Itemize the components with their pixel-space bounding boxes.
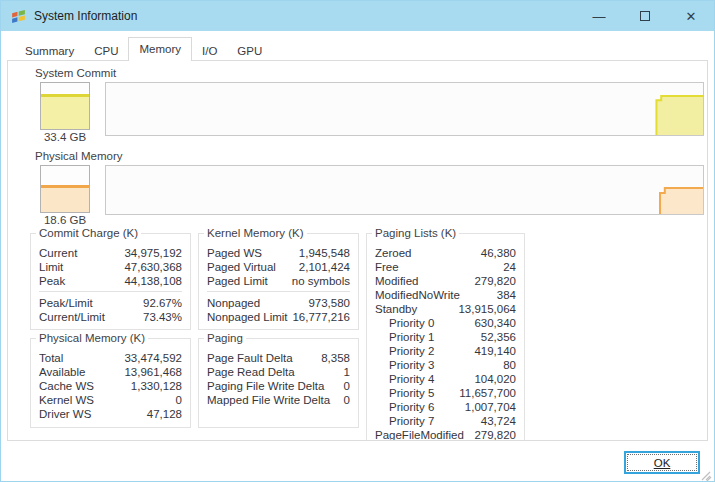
stat-row-standby: Standby13,915,064 [375, 302, 516, 316]
stat-row-peak-limit: Peak/Limit92.67% [39, 296, 182, 310]
system-commit-label: System Commit [35, 66, 707, 80]
title-bar[interactable]: System Information — ✕ [1, 1, 714, 31]
stat-value: 34,975,192 [124, 246, 182, 260]
stat-row-total: Total33,474,592 [39, 351, 182, 365]
stat-row-priority-1: Priority 152,356 [375, 330, 516, 344]
close-button[interactable]: ✕ [668, 1, 714, 31]
stat-value: 104,020 [474, 372, 516, 386]
stat-row-priority-7: Priority 743,724 [375, 414, 516, 428]
maximize-button[interactable] [622, 1, 668, 31]
stat-value: 43,724 [481, 414, 516, 428]
stat-row-nonpaged: Nonpaged973,580 [207, 296, 350, 310]
stat-label: Total [39, 351, 63, 365]
panel-separator [39, 291, 182, 292]
system-commit-gauge-wrap: 33.4 GB [40, 82, 90, 144]
panel-physical-memory-k: Physical Memory (K)Total33,474,592Availa… [30, 338, 191, 428]
stat-value: 33,474,592 [124, 351, 182, 365]
stat-label: Available [39, 365, 85, 379]
stat-label: Current/Limit [39, 310, 105, 324]
stat-label: Page Fault Delta [207, 351, 293, 365]
stat-label: Priority 5 [375, 386, 434, 400]
physical-memory-gauge-fill [41, 185, 89, 212]
system-commit-gauge-fill [41, 94, 89, 129]
stat-label: Free [375, 260, 399, 274]
panel-commit-charge-k: Commit Charge (K)Current34,975,192Limit4… [30, 233, 191, 330]
stat-value: 52,356 [481, 330, 516, 344]
stat-label: Cache WS [39, 379, 94, 393]
panels-grid: Commit Charge (K)Current34,975,192Limit4… [30, 233, 707, 441]
stat-value: 11,657,700 [459, 386, 516, 400]
system-commit-row: 33.4 GB [40, 82, 704, 144]
stat-label: Kernel WS [39, 393, 94, 407]
stat-value: no symbols [292, 274, 350, 288]
stat-label: PageFileModified [375, 428, 464, 441]
tab-memory[interactable]: Memory [128, 37, 192, 61]
stat-row-kernel-ws: Kernel WS0 [39, 393, 182, 407]
tab-gpu[interactable]: GPU [227, 42, 272, 61]
window-title: System Information [34, 9, 576, 23]
system-commit-value: 33.4 GB [40, 130, 90, 144]
stat-row-page-read-delta: Page Read Delta1 [207, 365, 350, 379]
system-commit-gauge-line [41, 94, 89, 97]
stat-row-priority-6: Priority 61,007,704 [375, 400, 516, 414]
physical-memory-value: 18.6 GB [40, 213, 90, 227]
stat-label: Paging File Write Delta [207, 379, 324, 393]
stat-row-peak: Peak44,138,108 [39, 274, 182, 288]
stat-label: Mapped File Write Delta [207, 393, 330, 407]
resize-grip-icon[interactable] [699, 469, 712, 482]
app-icon [10, 8, 27, 25]
stat-row-paged-virtual: Paged Virtual2,101,424 [207, 260, 350, 274]
stat-value: 8,358 [321, 351, 350, 365]
minimize-button[interactable]: — [576, 1, 622, 31]
stat-row-current: Current34,975,192 [39, 246, 182, 260]
tab-cpu[interactable]: CPU [84, 42, 128, 61]
stat-row-zeroed: Zeroed46,380 [375, 246, 516, 260]
stat-row-mapped-file-write-delta: Mapped File Write Delta0 [207, 393, 350, 407]
stat-label: Peak [39, 274, 65, 288]
stat-label: Nonpaged [207, 296, 260, 310]
tab-bar: SummaryCPUMemoryI/OGPU [15, 37, 714, 61]
stat-label: Priority 4 [375, 372, 434, 386]
stat-row-modifiednowrite: ModifiedNoWrite384 [375, 288, 516, 302]
stat-value: 24 [503, 260, 516, 274]
ok-button[interactable]: OK [624, 451, 700, 474]
stat-row-page-fault-delta: Page Fault Delta8,358 [207, 351, 350, 365]
stat-row-driver-ws: Driver WS47,128 [39, 407, 182, 421]
stat-row-limit: Limit47,630,368 [39, 260, 182, 274]
panel-separator [207, 291, 350, 292]
stat-label: Standby [375, 302, 417, 316]
stat-label: Priority 2 [375, 344, 434, 358]
stat-value: 279,820 [474, 428, 516, 441]
stat-row-available: Available13,961,468 [39, 365, 182, 379]
stat-value: 13,961,468 [124, 365, 182, 379]
stat-value: 384 [497, 288, 516, 302]
stat-row-modified: Modified279,820 [375, 274, 516, 288]
stat-value: 92.67% [143, 296, 182, 310]
tab-i-o[interactable]: I/O [192, 42, 227, 61]
stat-value: 973,580 [308, 296, 350, 310]
memory-tab-page: System Commit 33.4 GB Physical Memory [7, 60, 708, 441]
stat-label: Priority 1 [375, 330, 434, 344]
system-information-window: System Information — ✕ SummaryCPUMemoryI… [0, 0, 715, 482]
window-controls: — ✕ [576, 1, 714, 31]
tab-summary[interactable]: Summary [15, 42, 84, 61]
stat-label: Priority 3 [375, 358, 434, 372]
stat-label: Priority 6 [375, 400, 434, 414]
stat-label: Page Read Delta [207, 365, 295, 379]
stat-value: 46,380 [481, 246, 516, 260]
panel-title: Kernel Memory (K) [204, 227, 307, 239]
physical-memory-gauge-line [41, 185, 89, 188]
system-commit-gauge [40, 82, 90, 130]
stat-row-paged-limit: Paged Limitno symbols [207, 274, 350, 288]
physical-memory-row: 18.6 GB [40, 165, 704, 227]
stat-row-paging-file-write-delta: Paging File Write Delta0 [207, 379, 350, 393]
stat-value: 1 [344, 365, 350, 379]
panel-column-1: Commit Charge (K)Current34,975,192Limit4… [30, 233, 191, 428]
stat-row-free: Free24 [375, 260, 516, 274]
stat-value: 0 [176, 393, 182, 407]
panel-title: Paging [204, 332, 246, 344]
system-commit-graph [105, 82, 704, 136]
stat-row-priority-3: Priority 380 [375, 358, 516, 372]
physical-memory-label: Physical Memory [35, 149, 707, 163]
stat-row-priority-2: Priority 2419,140 [375, 344, 516, 358]
